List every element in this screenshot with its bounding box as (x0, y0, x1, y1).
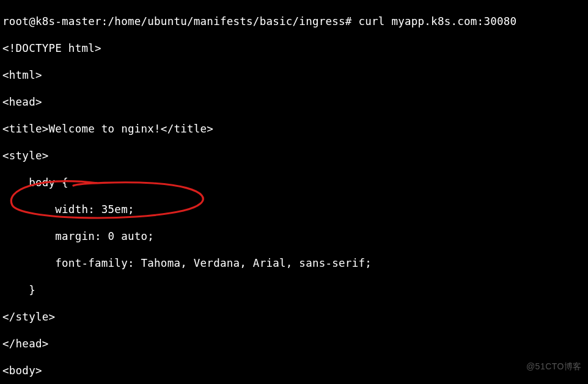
prompt-path: :/home/ubuntu/manifests/basic/ingress# (101, 15, 352, 27)
prompt-user-host: root@k8s-master (2, 15, 101, 27)
output-line: </style> (2, 310, 586, 324)
output-line: <title>Welcome to nginx!</title> (2, 122, 586, 136)
output-line: <html> (2, 68, 586, 82)
output-line: margin: 0 auto; (2, 230, 586, 243)
output-line: </head> (2, 337, 586, 350)
command-text: curl myapp.k8s.com:30080 (352, 15, 517, 27)
output-line: width: 35em; (2, 203, 586, 216)
output-line: font-family: Tahoma, Verdana, Arial, san… (2, 256, 586, 270)
output-line: <!DOCTYPE html> (2, 42, 586, 55)
terminal-window[interactable]: root@k8s-master:/home/ubuntu/manifests/b… (0, 0, 588, 384)
output-line: <style> (2, 149, 586, 162)
output-line: <body> (2, 364, 586, 377)
output-line: <head> (2, 95, 586, 109)
output-line: body { (2, 176, 586, 189)
prompt-line-1: root@k8s-master:/home/ubuntu/manifests/b… (2, 15, 586, 28)
output-line: } (2, 283, 586, 297)
watermark-text: @51CTO博客 (526, 360, 582, 373)
